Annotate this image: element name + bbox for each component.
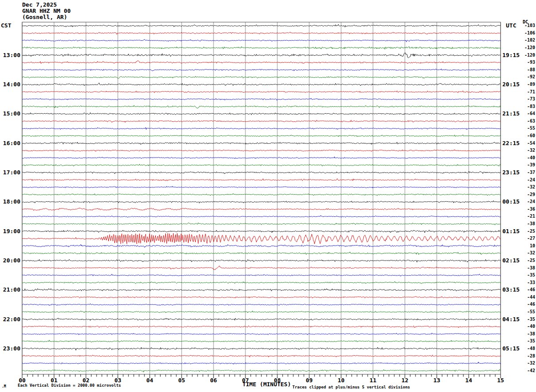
seismogram-trace bbox=[22, 150, 501, 151]
seismogram-trace bbox=[22, 252, 501, 254]
dc-value: -21 bbox=[521, 214, 535, 219]
dc-value: -46 bbox=[521, 287, 535, 292]
seismogram-trace bbox=[22, 304, 501, 306]
scale-note: Each Vertical Division = 2000.00 microvo… bbox=[18, 383, 121, 388]
seismogram-trace bbox=[22, 355, 501, 357]
dc-value: -48 bbox=[521, 346, 535, 351]
seismogram-trace bbox=[22, 288, 501, 291]
right-hour-label: 19:15 bbox=[502, 52, 520, 58]
dc-value: -32 bbox=[521, 361, 535, 365]
left-hour-label: 13:00 bbox=[0, 52, 20, 58]
left-hour-label: 17:00 bbox=[0, 169, 20, 176]
seismogram-trace bbox=[22, 32, 501, 34]
dc-value: -29 bbox=[521, 192, 535, 197]
seismogram-trace bbox=[22, 61, 501, 63]
dc-value: -42 bbox=[521, 368, 535, 373]
seismogram-trace bbox=[22, 296, 501, 298]
left-hour-label: 15:00 bbox=[0, 110, 20, 117]
dc-value: 10 bbox=[521, 243, 535, 248]
seismogram-trace bbox=[22, 259, 501, 262]
header-date: Dec 7,2025 bbox=[22, 2, 57, 8]
dc-value: -120 bbox=[521, 45, 535, 50]
seismogram-plot bbox=[0, 0, 536, 392]
dc-value: -40 bbox=[521, 155, 535, 160]
right-hour-label: 21:15 bbox=[502, 110, 520, 117]
seismogram-trace bbox=[22, 244, 501, 247]
seismogram-trace bbox=[22, 201, 501, 204]
right-hour-label: 23:15 bbox=[502, 169, 520, 176]
seismogram-trace bbox=[22, 135, 501, 137]
seismogram-trace bbox=[22, 179, 501, 181]
dc-value: -55 bbox=[521, 309, 535, 314]
dc-value: -63 bbox=[521, 119, 535, 123]
right-hour-label: 22:15 bbox=[502, 140, 520, 146]
dc-value: -24 bbox=[521, 199, 535, 204]
left-hour-label: 22:00 bbox=[0, 316, 20, 323]
dc-value: -38 bbox=[521, 331, 535, 336]
dc-value: -60 bbox=[521, 133, 535, 138]
seismogram-trace bbox=[22, 171, 501, 174]
right-hour-label: 05:15 bbox=[502, 345, 520, 352]
seismogram-trace bbox=[22, 98, 501, 100]
right-hour-label: 01:15 bbox=[502, 228, 520, 234]
x-tick-label: 10 bbox=[334, 377, 348, 384]
left-hour-label: 14:00 bbox=[0, 81, 20, 88]
seismogram-trace bbox=[22, 266, 501, 270]
dc-value: -32 bbox=[521, 250, 535, 255]
x-tick-label: 01 bbox=[47, 377, 61, 384]
dc-value: -38 bbox=[521, 221, 535, 226]
seismogram-trace bbox=[22, 223, 501, 225]
dc-value: -24 bbox=[521, 177, 535, 182]
x-tick-label: 13 bbox=[430, 377, 443, 384]
dc-value: -27 bbox=[521, 236, 535, 241]
helicorder-page: { "header": { "date": "Dec 7,2025", "sta… bbox=[0, 0, 536, 392]
x-tick-label: 05 bbox=[175, 377, 188, 384]
x-tick-label: 12 bbox=[398, 377, 412, 384]
dc-value: -64 bbox=[521, 111, 535, 116]
dc-value: -46 bbox=[521, 302, 535, 307]
dc-value: -83 bbox=[521, 104, 535, 109]
dc-value: -73 bbox=[521, 96, 535, 101]
x-tick-label: 02 bbox=[79, 377, 93, 384]
seismogram-trace bbox=[22, 347, 501, 350]
right-timezone-label: UTC bbox=[506, 22, 516, 29]
seismogram-trace bbox=[22, 91, 501, 93]
seismogram-trace bbox=[22, 311, 501, 313]
seismogram-trace bbox=[22, 186, 501, 188]
dc-value: -102 bbox=[521, 38, 535, 42]
left-hour-label: 16:00 bbox=[0, 140, 20, 146]
left-hour-label: 19:00 bbox=[0, 228, 20, 234]
right-hour-label: 03:15 bbox=[502, 286, 520, 293]
seismogram-trace bbox=[22, 127, 501, 130]
dc-value: -28 bbox=[521, 354, 535, 358]
dc-value: -103 bbox=[521, 23, 535, 28]
dc-value: -93 bbox=[521, 60, 535, 65]
seismogram-trace bbox=[22, 120, 501, 123]
seismogram-trace bbox=[22, 362, 501, 364]
seismogram-trace bbox=[22, 326, 501, 327]
seismogram-trace bbox=[22, 113, 501, 115]
dc-value: -120 bbox=[521, 53, 535, 58]
dc-value: -36 bbox=[521, 207, 535, 211]
dc-value: -25 bbox=[521, 229, 535, 234]
seismogram-trace bbox=[22, 340, 501, 342]
watermark-glyph: .M bbox=[2, 384, 6, 388]
dc-value: -92 bbox=[521, 74, 535, 79]
seismogram-trace bbox=[22, 164, 501, 166]
dc-value: -35 bbox=[521, 317, 535, 322]
clip-note: Traces clipped at plus/minus 5 vertical … bbox=[292, 385, 410, 389]
right-hour-label: 02:15 bbox=[502, 257, 520, 264]
dc-value: -71 bbox=[521, 89, 535, 94]
dc-value: -40 bbox=[521, 324, 535, 329]
seismogram-trace bbox=[22, 69, 501, 71]
seismogram-trace bbox=[22, 142, 501, 145]
seismogram-trace bbox=[22, 318, 501, 321]
seismogram-trace bbox=[22, 215, 501, 217]
dc-value: -44 bbox=[521, 295, 535, 300]
x-tick-label: 06 bbox=[207, 377, 220, 384]
seismogram-trace bbox=[22, 105, 501, 108]
dc-value: -25 bbox=[521, 258, 535, 263]
dc-value: -35 bbox=[521, 273, 535, 277]
dc-value: -89 bbox=[521, 82, 535, 87]
seismogram-trace bbox=[22, 157, 501, 158]
